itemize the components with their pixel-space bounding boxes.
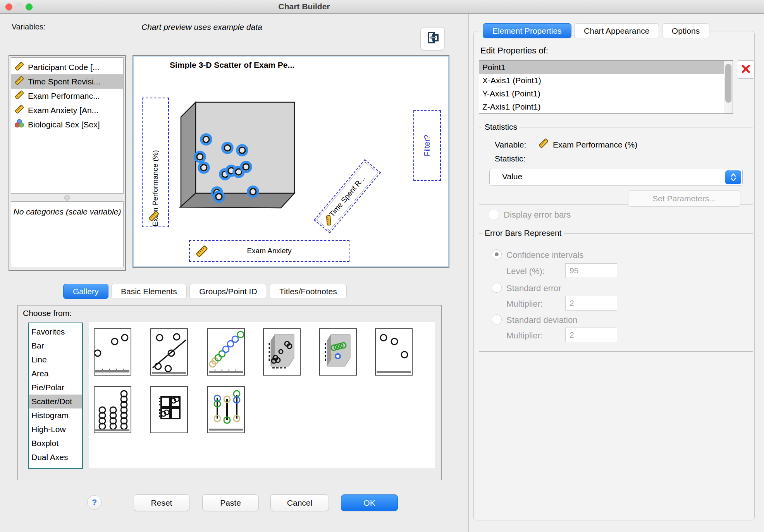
statistics-group-label: Statistics [482,122,520,132]
category-favorites[interactable]: Favorites [29,325,82,339]
thumbnail-simple-3d-scatter[interactable] [263,328,301,376]
property-item-z-axis1[interactable]: Z-Axis1 (Point1) [479,100,733,113]
tab-options[interactable]: Options [662,23,709,38]
x-axis-drop-zone[interactable]: Exam Anxiety [189,240,349,262]
thumbnail-drop-line[interactable] [207,386,245,433]
tab-groups-point-id[interactable]: Groups/Point ID [189,284,267,299]
sd-multiplier-input[interactable]: 2 [565,328,617,342]
standard-error-label: Standard error [506,283,561,293]
thumbnail-simple-scatter[interactable] [94,328,131,376]
confidence-intervals-radio[interactable] [492,249,502,259]
thumbnail-simple-dot-plot[interactable] [94,386,131,433]
variable-label: Biological Sex [Sex] [28,120,100,129]
panel-splitter[interactable] [11,194,124,201]
choose-from-label: Choose from: [23,309,72,318]
zoom-window-button[interactable] [26,3,33,10]
standard-error-radio[interactable] [492,283,502,293]
ruler-scale-icon [538,138,549,151]
nominal-icon [14,118,24,130]
variables-label: Variables: [12,22,45,31]
delete-icon [740,63,752,76]
category-bar[interactable]: Bar [29,339,82,353]
display-error-bars-checkbox[interactable] [489,210,498,219]
close-window-button[interactable] [5,3,12,10]
thumbnail-scatterplot-matrix[interactable] [150,386,188,433]
ruler-scale-icon [14,90,24,102]
properties-scrollbar[interactable] [724,61,733,113]
minimize-window-button[interactable] [15,3,22,10]
category-high-low[interactable]: High-Low [29,422,82,436]
variable-item-time-spent[interactable]: Time Spent Revisi... [11,74,123,89]
cube-floor-face [180,193,294,208]
property-item-y-axis1[interactable]: Y-Axis1 (Point1) [479,87,733,100]
gallery-thumbnails [89,322,435,468]
tab-chart-appearance[interactable]: Chart Appearance [574,23,659,38]
reset-button[interactable]: Reset [134,494,189,511]
help-button[interactable]: ? [87,495,102,510]
gallery-category-list: Favorites Bar Line Area Pie/Polar Scatte… [28,323,83,469]
se-multiplier-input[interactable]: 2 [565,296,617,311]
ok-button[interactable]: OK [341,494,398,511]
y-axis-label: Exam Performance (%) [151,98,160,227]
level-input[interactable]: 95 [565,263,617,278]
titlebar: Chart Builder [0,0,764,14]
error-bars-group-label: Error Bars Represent [482,228,564,238]
window-title: Chart Builder [256,2,353,11]
set-parameters-button[interactable]: Set Parameters... [628,190,740,207]
category-pie-polar[interactable]: Pie/Polar [29,381,82,395]
category-area[interactable]: Area [29,367,82,381]
gallery-panel: Choose from: Favorites Bar Line Area Pie… [17,305,442,480]
right-tab-bar: Element Properties Chart Appearance Opti… [483,23,711,38]
filter-drop-zone[interactable]: Filter? [413,110,441,181]
variable-label: Time Spent Revisi... [28,77,100,86]
category-dual-axes[interactable]: Dual Axes [29,450,82,464]
y-axis-drop-zone[interactable]: Exam Performance (%) [142,98,169,227]
property-item-point1[interactable]: Point1 [479,61,733,74]
scatter-3d-cube [133,56,450,269]
statistic-dropdown[interactable]: Value [489,169,743,186]
scrollbar-thumb[interactable] [725,64,731,103]
tab-gallery[interactable]: Gallery [63,284,108,299]
splitter-handle-icon [64,195,70,201]
categories-note: No categories (scale variable) [11,206,123,217]
variable-value: Exam Performance (%) [553,140,637,149]
variable-label: Exam Anxiety [An... [28,106,98,115]
property-item-x-axis1[interactable]: X-Axis1 (Point1) [479,74,733,87]
thumbnail-grouped-3d-scatter[interactable] [319,328,357,376]
stepper-icon [725,170,741,184]
cancel-button[interactable]: Cancel [270,494,329,511]
properties-list: Point1 X-Axis1 (Point1) Y-Axis1 (Point1)… [479,60,733,114]
thumbnail-grouped-scatter[interactable] [207,328,245,376]
assign-variables-icon [425,31,440,46]
variable-item-participant-code[interactable]: Participant Code [... [11,60,123,74]
category-line[interactable]: Line [29,353,82,367]
delete-element-button[interactable] [737,60,755,79]
variable-item-exam-anxiety[interactable]: Exam Anxiety [An... [11,103,123,117]
variable-item-exam-performance[interactable]: Exam Performanc... [11,89,123,103]
category-scatter-dot[interactable]: Scatter/Dot [29,395,82,408]
category-histogram[interactable]: Histogram [29,408,82,422]
assign-variables-button[interactable] [420,27,445,50]
variable-item-biological-sex[interactable]: Biological Sex [Sex] [11,117,123,132]
multiplier-label: Multiplier: [506,331,543,341]
gallery-tab-bar: Gallery Basic Elements Groups/Point ID T… [63,284,348,299]
statistic-selected-value: Value [502,172,522,181]
filter-label: Filter? [423,135,432,156]
standard-deviation-label: Standard deviation [506,315,577,325]
category-boxplot[interactable]: Boxplot [29,436,82,450]
chart-builder-window: Chart Builder Variables: Chart preview u… [0,0,764,532]
tab-element-properties[interactable]: Element Properties [483,23,571,38]
display-error-bars-label: Display error bars [504,210,571,220]
standard-deviation-radio[interactable] [492,314,502,324]
statistic-label: Statistic: [495,154,525,163]
thumbnail-summary-point-plot[interactable] [375,328,413,376]
error-bars-group: Error Bars Represent Confidence interval… [479,228,753,352]
chart-preview-canvas[interactable]: Simple 3-D Scatter of Exam Pe... Exam Pe… [132,55,449,268]
paste-button[interactable]: Paste [202,494,259,511]
thumbnail-scatter-with-fit-line[interactable] [150,328,188,376]
tab-titles-footnotes[interactable]: Titles/Footnotes [270,284,347,299]
ruler-scale-icon [14,76,24,88]
variable-label: Participant Code [... [28,63,99,72]
level-label: Level (%): [506,266,545,276]
tab-basic-elements[interactable]: Basic Elements [111,284,187,299]
